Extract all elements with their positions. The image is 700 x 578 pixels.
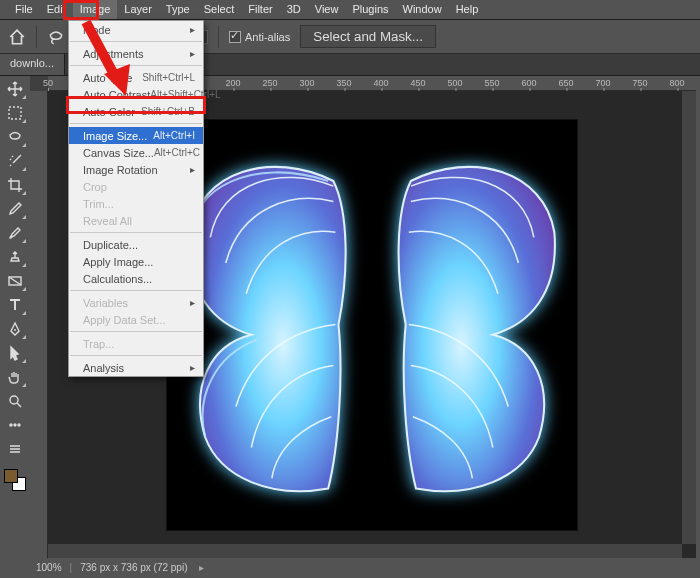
menu-item-label: Trap... — [83, 338, 114, 350]
eyedropper-tool[interactable] — [3, 198, 27, 220]
lasso-tool-icon[interactable] — [47, 28, 65, 46]
ruler-tick: 600 — [521, 78, 536, 88]
menu-item-label: Auto Tone — [83, 72, 132, 84]
document-dimensions: 736 px x 736 px (72 ppi) — [80, 562, 187, 573]
brush-tool[interactable] — [3, 222, 27, 244]
menu-item-label: Image Rotation — [83, 164, 158, 176]
menu-separator — [70, 41, 202, 42]
ruler-tick: 500 — [447, 78, 462, 88]
menu-separator — [70, 65, 202, 66]
type-tool[interactable] — [3, 294, 27, 316]
menu-item-label: Apply Image... — [83, 256, 153, 268]
ruler-tick: 350 — [336, 78, 351, 88]
scrollbar-horizontal[interactable] — [48, 544, 682, 558]
menu-item-trap: Trap... — [69, 335, 203, 352]
svg-point-3 — [10, 424, 12, 426]
menu-item-crop: Crop — [69, 178, 203, 195]
color-swatches[interactable] — [3, 468, 27, 492]
menu-item-image-size[interactable]: Image Size...Alt+Ctrl+I — [69, 127, 203, 144]
menu-item-duplicate[interactable]: Duplicate... — [69, 236, 203, 253]
menu-edit[interactable]: Edit — [40, 0, 73, 19]
crop-tool[interactable] — [3, 174, 27, 196]
menu-item-label: Trim... — [83, 198, 114, 210]
ruler-tick: 750 — [632, 78, 647, 88]
zoom-tool[interactable] — [3, 390, 27, 412]
scrollbar-vertical[interactable] — [682, 91, 696, 544]
menu-window[interactable]: Window — [396, 0, 449, 19]
ruler-tick: 700 — [595, 78, 610, 88]
menu-item-shortcut: Alt+Ctrl+I — [153, 130, 195, 141]
menu-item-analysis[interactable]: Analysis — [69, 359, 203, 376]
magic-wand-tool[interactable] — [3, 150, 27, 172]
tools-panel — [3, 76, 29, 494]
more-tools[interactable] — [3, 414, 27, 436]
ruler-tick: 450 — [410, 78, 425, 88]
menu-view[interactable]: View — [308, 0, 346, 19]
menu-separator — [70, 232, 202, 233]
menu-item-auto-contrast[interactable]: Auto ContrastAlt+Shift+Ctrl+L — [69, 86, 203, 103]
menu-filter[interactable]: Filter — [241, 0, 279, 19]
menu-item-shortcut: Alt+Ctrl+C — [154, 147, 200, 158]
status-flyout-icon[interactable]: ▸ — [199, 562, 204, 573]
marquee-tool[interactable] — [3, 102, 27, 124]
menu-select[interactable]: Select — [197, 0, 242, 19]
ruler-vertical[interactable] — [30, 91, 48, 558]
clone-stamp-tool[interactable] — [3, 246, 27, 268]
menu-item-variables: Variables — [69, 294, 203, 311]
svg-rect-0 — [9, 107, 21, 119]
menu-item-label: Mode — [83, 24, 111, 36]
menu-help[interactable]: Help — [449, 0, 486, 19]
ruler-tick: 250 — [262, 78, 277, 88]
checkbox-icon — [229, 31, 241, 43]
select-and-mask-button[interactable]: Select and Mask... — [300, 25, 436, 48]
menu-type[interactable]: Type — [159, 0, 197, 19]
menu-item-label: Auto Color — [83, 106, 135, 118]
menu-item-auto-color[interactable]: Auto ColorShift+Ctrl+B — [69, 103, 203, 120]
menu-separator — [70, 331, 202, 332]
menu-item-image-rotation[interactable]: Image Rotation — [69, 161, 203, 178]
menu-item-label: Auto Contrast — [83, 89, 150, 101]
menu-item-adjustments[interactable]: Adjustments — [69, 45, 203, 62]
menu-item-shortcut: Alt+Shift+Ctrl+L — [150, 89, 220, 100]
move-tool[interactable] — [3, 78, 27, 100]
menu-item-label: Adjustments — [83, 48, 144, 60]
menu-item-apply-image[interactable]: Apply Image... — [69, 253, 203, 270]
menu-item-calculations[interactable]: Calculations... — [69, 270, 203, 287]
menu-layer[interactable]: Layer — [117, 0, 159, 19]
edit-toolbar[interactable] — [3, 438, 27, 460]
menu-item-label: Analysis — [83, 362, 124, 374]
menu-item-canvas-size[interactable]: Canvas Size...Alt+Ctrl+C — [69, 144, 203, 161]
menu-item-reveal-all: Reveal All — [69, 212, 203, 229]
document-tab-title: downlo... — [10, 57, 54, 69]
menu-item-mode[interactable]: Mode — [69, 21, 203, 38]
menu-3d[interactable]: 3D — [280, 0, 308, 19]
svg-point-2 — [10, 396, 18, 404]
lasso-tool[interactable] — [3, 126, 27, 148]
artwork-wing-right — [376, 140, 577, 509]
ruler-tick: 650 — [558, 78, 573, 88]
pen-tool[interactable] — [3, 318, 27, 340]
menu-image[interactable]: Image — [73, 0, 118, 19]
path-select-tool[interactable] — [3, 342, 27, 364]
gradient-tool[interactable] — [3, 270, 27, 292]
zoom-level[interactable]: 100% — [36, 562, 62, 573]
anti-alias-checkbox[interactable]: Anti-alias — [229, 31, 290, 43]
menu-item-label: Crop — [83, 181, 107, 193]
menu-item-label: Apply Data Set... — [83, 314, 166, 326]
menu-item-apply-data-set: Apply Data Set... — [69, 311, 203, 328]
ruler-tick: 400 — [373, 78, 388, 88]
menu-item-shortcut: Shift+Ctrl+L — [142, 72, 195, 83]
ruler-tick: 200 — [225, 78, 240, 88]
menu-item-shortcut: Shift+Ctrl+B — [141, 106, 195, 117]
menu-file[interactable]: File — [8, 0, 40, 19]
menu-item-auto-tone[interactable]: Auto ToneShift+Ctrl+L — [69, 69, 203, 86]
svg-point-5 — [18, 424, 20, 426]
svg-point-4 — [14, 424, 16, 426]
document-tab[interactable]: downlo... — [0, 54, 65, 75]
menu-item-label: Image Size... — [83, 130, 147, 142]
canvas[interactable] — [167, 120, 577, 530]
foreground-color[interactable] — [4, 469, 18, 483]
home-icon[interactable] — [8, 28, 26, 46]
menu-plugins[interactable]: Plugins — [345, 0, 395, 19]
hand-tool[interactable] — [3, 366, 27, 388]
